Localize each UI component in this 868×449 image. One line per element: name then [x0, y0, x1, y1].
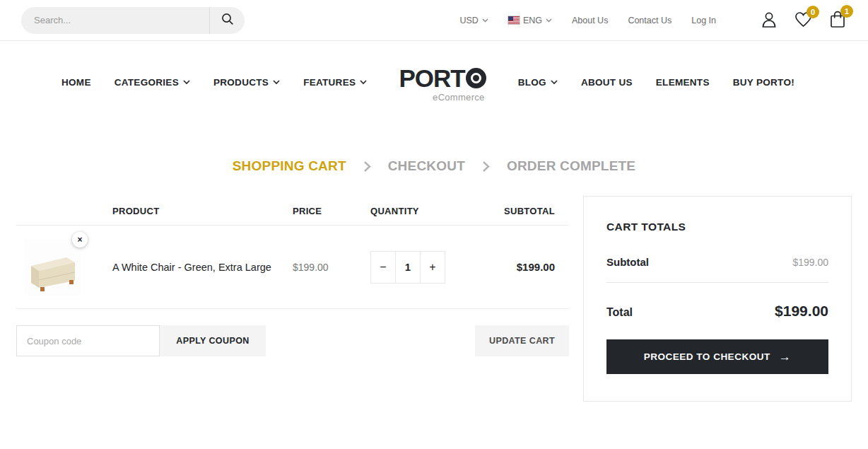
contact-us-link[interactable]: Contact Us	[628, 16, 671, 25]
top-bar: USD ENG About Us Contact Us Log In	[0, 0, 868, 41]
nav-item-categories[interactable]: CATEGORIES	[115, 77, 190, 88]
cart-table-header: PRODUCT PRICE QUANTITY SUBTOTAL	[16, 196, 569, 226]
checkout-button-label: PROCEED TO CHECKOUT	[644, 351, 770, 362]
quantity-decrease-button[interactable]: −	[370, 251, 396, 284]
col-header-subtotal: SUBTOTAL	[488, 206, 569, 225]
cart-table: PRODUCT PRICE QUANTITY SUBTOTAL	[16, 196, 569, 402]
chevron-down-icon	[183, 80, 190, 85]
proceed-to-checkout-button[interactable]: PROCEED TO CHECKOUT →	[606, 339, 828, 374]
step-shopping-cart[interactable]: SHOPPING CART	[233, 158, 346, 174]
about-us-link[interactable]: About Us	[572, 16, 608, 25]
nav-item-elements[interactable]: ELEMENTS	[656, 77, 710, 88]
subtotal-row: Subtotal $199.00	[606, 256, 828, 283]
chevron-down-icon	[551, 80, 558, 85]
logo-subtitle: eCommerce	[399, 93, 486, 102]
nav-item-buy-porto[interactable]: BUY PORTO!	[733, 77, 794, 88]
topbar-right: USD ENG About Us Contact Us Log In	[459, 10, 847, 31]
arrow-right-icon: →	[779, 350, 792, 364]
quantity-value[interactable]: 1	[395, 251, 421, 284]
update-cart-button[interactable]: UPDATE CART	[475, 325, 569, 356]
language-label: ENG	[523, 16, 542, 25]
product-price: $199.00	[293, 262, 370, 273]
remove-item-button[interactable]: ×	[72, 232, 88, 247]
quantity-increase-button[interactable]: +	[420, 251, 445, 284]
total-label: Total	[606, 306, 633, 319]
nav-right: BLOG ABOUT US ELEMENTS BUY PORTO!	[518, 77, 794, 88]
cart-page-content: PRODUCT PRICE QUANTITY SUBTOTAL	[0, 196, 868, 402]
nav-item-home[interactable]: HOME	[61, 77, 91, 88]
cart-button[interactable]: 1	[828, 10, 847, 31]
us-flag-icon	[508, 16, 520, 24]
total-row: Total $199.00	[606, 303, 828, 320]
main-navigation: HOME CATEGORIES PRODUCTS FEATURES PORT e…	[0, 41, 868, 124]
language-selector[interactable]: ENG	[508, 16, 552, 25]
coupon-code-input[interactable]	[16, 325, 160, 356]
currency-selector[interactable]: USD	[459, 16, 488, 25]
chevron-down-icon	[546, 18, 552, 23]
col-header-quantity: QUANTITY	[370, 206, 488, 225]
account-button[interactable]	[760, 10, 778, 31]
cart-totals-panel: CART TOTALS Subtotal $199.00 Total $199.…	[583, 196, 852, 402]
logo-text: PORT	[399, 66, 464, 91]
product-name-link[interactable]: A White Chair - Green, Extra Large	[112, 262, 293, 273]
cart-count-badge: 1	[840, 5, 853, 18]
subtotal-value: $199.00	[792, 257, 828, 268]
wishlist-button[interactable]: 0	[794, 11, 813, 30]
col-header-product: PRODUCT	[112, 206, 293, 225]
cart-actions: APPLY COUPON UPDATE CART	[16, 325, 569, 356]
wishlist-count-badge: 0	[807, 6, 819, 18]
col-header-price: PRICE	[293, 206, 370, 225]
header-spacer	[16, 216, 112, 225]
chevron-right-icon	[482, 161, 490, 173]
search-button[interactable]	[209, 7, 245, 34]
topbar-icons: 0 1	[760, 10, 847, 31]
chevron-down-icon	[273, 80, 280, 85]
chevron-down-icon	[360, 80, 367, 85]
nav-item-blog[interactable]: BLOG	[518, 77, 558, 88]
nav-item-features[interactable]: FEATURES	[303, 77, 367, 88]
chevron-right-icon	[363, 161, 371, 173]
search-icon	[221, 12, 235, 28]
checkout-steps: SHOPPING CART CHECKOUT ORDER COMPLETE	[0, 145, 868, 187]
chevron-down-icon	[482, 18, 488, 23]
cart-totals-title: CART TOTALS	[606, 221, 828, 233]
subtotal-label: Subtotal	[606, 256, 649, 268]
logo-o-icon	[466, 68, 486, 88]
search-bar	[21, 7, 245, 34]
quantity-stepper: − 1 +	[370, 251, 488, 284]
total-value: $199.00	[775, 303, 828, 320]
nav-item-about-us[interactable]: ABOUT US	[581, 77, 633, 88]
login-link[interactable]: Log In	[691, 16, 716, 25]
product-thumbnail[interactable]: ×	[24, 239, 81, 296]
apply-coupon-button[interactable]: APPLY COUPON	[160, 325, 266, 356]
cart-item-row: × A White Chair - Green, Extra Large $19…	[16, 226, 569, 309]
currency-label: USD	[459, 16, 478, 25]
nav-left: HOME CATEGORIES PRODUCTS FEATURES	[61, 77, 367, 88]
site-logo[interactable]: PORT eCommerce	[399, 66, 486, 102]
step-order-complete[interactable]: ORDER COMPLETE	[507, 158, 635, 174]
search-input[interactable]	[21, 15, 209, 25]
step-checkout[interactable]: CHECKOUT	[388, 158, 465, 174]
row-subtotal: $199.00	[488, 261, 569, 273]
person-icon	[760, 10, 778, 31]
nav-item-products[interactable]: PRODUCTS	[213, 77, 280, 88]
